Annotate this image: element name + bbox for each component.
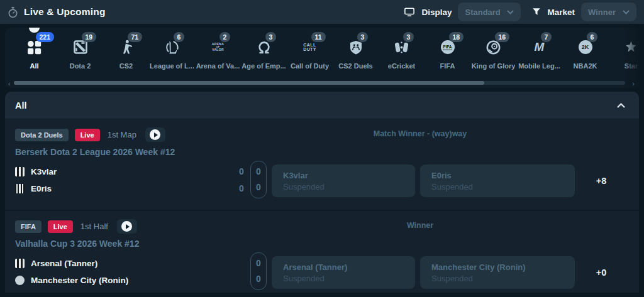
category-age-of-empires[interactable]: 3 Age of Emp... (241, 37, 287, 70)
team-name: K3vlar (31, 167, 57, 176)
category-starcraft[interactable]: Star (608, 37, 639, 70)
category-dota2[interactable]: 19 Dota 2 (57, 37, 103, 70)
monitor-icon (404, 7, 415, 17)
odds-status: Suspended (283, 274, 325, 283)
game-category-carousel: 221 All 19 Dota 2 (5, 28, 639, 88)
category-label: eCricket (388, 62, 415, 70)
team-name: Arsenal (Tanner) (31, 259, 97, 268)
more-markets-link[interactable]: +0 (584, 256, 619, 289)
carousel-scrollbar-track[interactable] (14, 81, 625, 85)
category-count-badge: 19 (82, 32, 97, 42)
category-label: Mobile Leg... (518, 62, 560, 70)
carousel-scrollbar-thumb[interactable] (14, 81, 484, 85)
odds-status: Suspended (431, 182, 473, 192)
fifa-icon: FIFA (441, 40, 455, 54)
odds-team-name: Arsenal (Tanner) (283, 262, 347, 272)
display-select-value: Standard (465, 8, 500, 17)
map-score-column: 0 0 (235, 163, 248, 197)
category-arena-of-valor[interactable]: ARENA OF VALOR 2 Arena of Va... (195, 37, 241, 70)
match-title: Valhalla Cup 3 2026 Week #12 (15, 239, 139, 249)
more-markets-link[interactable]: +8 (584, 165, 619, 197)
game-badge: FIFA (15, 220, 42, 233)
page-title-group: Live & Upcoming (8, 6, 106, 18)
odds-status: Suspended (283, 182, 325, 192)
team-game-score: 0 (251, 271, 266, 287)
odds-button-team2[interactable]: E0ris Suspended (420, 165, 575, 197)
team-name: Manchester City (Ronin) (31, 276, 128, 285)
category-league-of-legends[interactable]: 6 League of L... (149, 37, 195, 70)
match-phase: 1st Half (80, 222, 108, 231)
category-label: Call of Duty (291, 62, 329, 70)
category-fifa[interactable]: FIFA 18 FIFA (425, 37, 470, 70)
category-label: CS2 (119, 62, 133, 70)
team-row: K3vlar (15, 163, 57, 180)
odds-team-name: E0ris (431, 171, 452, 180)
market-select[interactable]: Winner (581, 3, 636, 21)
call-of-duty-icon: CALL DUTY (303, 43, 316, 52)
category-count-badge: 3 (357, 32, 369, 42)
mobile-legends-icon: M (535, 41, 545, 53)
play-icon (121, 221, 132, 232)
team-logo-icon (15, 276, 25, 285)
match-meta: FIFA Live 1st Half (15, 219, 137, 234)
carousel-scroll-left-arrow[interactable]: ‹ (8, 80, 11, 87)
team-game-score: 0 (251, 164, 266, 180)
market-header: Winner (294, 221, 546, 230)
category-ecricket[interactable]: 3 eCricket (379, 37, 425, 70)
category-cs2[interactable]: 71 CS2 (103, 37, 149, 70)
top-bar: Live & Upcoming Display Standard Market … (0, 0, 644, 24)
live-badge: Live (75, 129, 100, 141)
market-select-value: Winner (588, 8, 616, 17)
odds-button-team2[interactable]: Manchester City (Ronin) Suspended (420, 256, 575, 289)
odds-button-team1[interactable]: K3vlar Suspended (272, 165, 415, 197)
category-count-badge: 7 (541, 32, 552, 42)
team-row: E0ris (15, 180, 57, 197)
game-badge: Dota 2 Duels (15, 129, 69, 141)
category-count-badge: 6 (587, 32, 598, 42)
category-label: NBA2K (574, 62, 597, 70)
team-game-score: 0 (251, 180, 266, 195)
funnel-icon (532, 8, 541, 16)
team-jersey-icon (15, 184, 25, 193)
category-count-badge: 3 (403, 32, 414, 42)
category-label: Arena of Va... (196, 62, 240, 70)
category-count-badge: 18 (449, 32, 464, 42)
team-row: Arsenal (Tanner) (15, 255, 128, 272)
category-cs2-duels[interactable]: 3 CS2 Duels (333, 37, 379, 70)
odds-buttons: Arsenal (Tanner) Suspended Manchester Ci… (272, 256, 575, 289)
category-nba2k[interactable]: 2K 6 NBA2K (562, 37, 608, 70)
category-count-badge: 3 (265, 32, 277, 42)
category-row: 221 All 19 Dota 2 (11, 37, 639, 70)
match-meta: Dota 2 Duels Live 1st Map (15, 127, 165, 142)
starcraft-icon (624, 40, 638, 55)
chevron-up-icon[interactable] (617, 103, 625, 108)
watch-stream-button[interactable] (117, 219, 137, 234)
watch-stream-button[interactable] (145, 127, 165, 142)
category-king-of-glory[interactable]: 16 King of Glory (470, 37, 516, 70)
team-list: Arsenal (Tanner) Manchester City (Ronin) (15, 255, 128, 289)
category-count-badge: 11 (311, 32, 326, 42)
team-row: Manchester City (Ronin) (15, 272, 128, 289)
carousel-scroll-right-arrow[interactable]: › (632, 80, 635, 87)
category-call-of-duty[interactable]: CALL DUTY 11 Call of Duty (287, 37, 333, 70)
nba2k-icon: 2K (579, 40, 592, 54)
odds-team-name: Manchester City (Ronin) (431, 262, 526, 272)
team-name: E0ris (31, 184, 52, 193)
market-label: Market (547, 8, 575, 17)
odds-button-team1[interactable]: Arsenal (Tanner) Suspended (272, 256, 415, 289)
category-label: CS2 Duels (338, 62, 372, 70)
category-label: Age of Emp... (242, 62, 286, 70)
category-count-badge: 221 (36, 32, 55, 42)
display-select[interactable]: Standard (458, 3, 521, 21)
category-count-badge: 16 (495, 32, 510, 42)
match-row-dota2-duels: Dota 2 Duels Live 1st Map Match Winner -… (5, 119, 639, 210)
game-score-bracket: 0 0 (250, 161, 267, 198)
category-mobile-legends[interactable]: M 7 Mobile Leg... (516, 37, 562, 70)
match-title: Berserk Dota 2 League 2026 Week #12 (15, 147, 175, 157)
arena-of-valor-icon: ARENA OF VALOR (212, 43, 224, 52)
category-label: King of Glory (472, 62, 516, 70)
section-header-all[interactable]: All (5, 92, 639, 119)
category-all[interactable]: 221 All (11, 37, 57, 70)
match-phase: 1st Map (108, 130, 136, 139)
team-game-score: 0 (251, 256, 266, 271)
